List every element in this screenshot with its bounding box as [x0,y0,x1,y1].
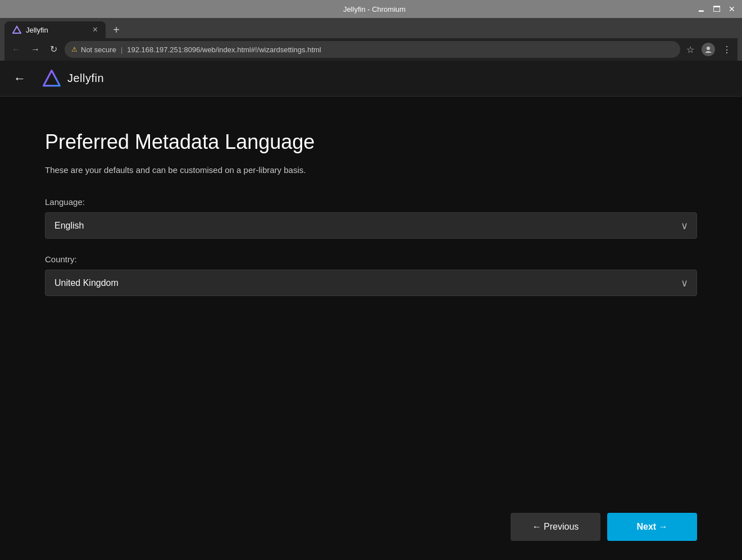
back-button[interactable]: ← [9,44,24,55]
titlebar-title: Jellyfin - Chromium [52,5,697,13]
reload-button[interactable]: ↻ [47,44,60,55]
browser-actions: ☆ ⋮ [685,43,733,57]
tab-close-button[interactable]: × [93,25,98,34]
app-header: ← Jellyfin [0,61,742,97]
next-button[interactable]: Next → [607,513,697,541]
country-form-group: Country: United Kingdom United States Fr… [45,254,697,296]
svg-marker-0 [13,26,21,33]
svg-point-1 [707,47,710,50]
country-select[interactable]: United Kingdom United States France Germ… [45,270,697,296]
jellyfin-logo: Jellyfin [42,69,104,89]
forward-button[interactable]: → [28,44,43,55]
language-select[interactable]: English French German Spanish Italian Ja… [45,212,697,239]
incognito-icon [704,45,713,54]
browser-tab-jellyfin[interactable]: Jellyfin × [4,21,106,38]
menu-button[interactable]: ⋮ [721,43,733,57]
language-form-group: Language: English French German Spanish … [45,197,697,239]
jellyfin-logo-text: Jellyfin [67,72,104,85]
wizard-footer: ← Previous Next → [45,490,697,541]
country-label: Country: [45,254,697,264]
titlebar-controls[interactable]: 🗕 🗖 ✕ [697,4,735,13]
back-button[interactable]: ← [13,71,26,86]
security-icon: ⚠ [71,45,78,53]
wizard-subtitle: These are your defaults and can be custo… [45,165,697,175]
minimize-button[interactable]: 🗕 [697,4,705,13]
country-select-wrapper: United Kingdom United States France Germ… [45,270,697,296]
language-select-wrapper: English French German Spanish Italian Ja… [45,212,697,239]
titlebar: Jellyfin - Chromium 🗕 🗖 ✕ [0,0,742,18]
incognito-badge [702,43,715,56]
language-label: Language: [45,197,697,207]
new-tab-button[interactable]: + [108,21,125,38]
address-bar-row: ← → ↻ ⚠ Not secure | 192.168.197.251:809… [4,38,738,61]
wizard-title: Preferred Metadata Language [45,130,697,154]
browser-chrome: Jellyfin × + ← → ↻ ⚠ Not secure | 192.16… [0,18,742,61]
address-bar[interactable]: ⚠ Not secure | 192.168.197.251:8096/web/… [65,41,680,58]
wizard-content: Preferred Metadata Language These are yo… [0,97,742,560]
star-button[interactable]: ☆ [685,43,696,57]
tab-label: Jellyfin [26,26,48,34]
security-label: Not secure [81,45,116,54]
svg-marker-2 [44,70,60,85]
address-url: 192.168.197.251:8096/web/index.html#!/wi… [127,45,321,54]
jellyfin-logo-icon [42,69,62,89]
maximize-button[interactable]: 🗖 [713,4,721,13]
close-button[interactable]: ✕ [729,4,735,13]
tab-favicon-icon [12,25,21,34]
tab-bar: Jellyfin × + [4,21,738,38]
previous-button[interactable]: ← Previous [511,513,600,541]
app-area: ← Jellyfin Preferred Metadata Language T… [0,61,742,560]
